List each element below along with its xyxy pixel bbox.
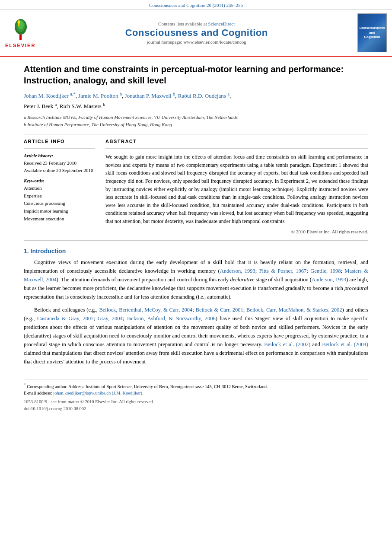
footer-bottom: 1053-8100/$ - see front matter © 2010 El…	[24, 397, 368, 413]
authors-line: Johan M. Koedijker a,*, Jamie M. Poolton…	[24, 90, 368, 111]
article-info-label: ARTICLE INFO	[24, 139, 95, 144]
body-section: 1. Introduction Cognitive views of movem…	[24, 248, 368, 366]
ref-anderson-1993b[interactable]: Anderson, 1993	[312, 277, 346, 283]
author-poolton: Jamie M. Poolton b	[78, 92, 122, 99]
ref-beilock-2004[interactable]: Beilock, Bertenthal, McCoy, & Carr, 2004	[99, 307, 192, 313]
abstract-text: We sought to gain more insight into the …	[105, 153, 368, 225]
citation-bar: Consciousness and Cognition 20 (2011) 24…	[0, 0, 392, 10]
keywords-label: Keywords:	[24, 178, 95, 183]
email-link[interactable]: johan.koedijker@ispw.unibe.ch (J.M. Koed…	[53, 391, 143, 395]
elsevier-logo-area: ELSEVIER	[5, 18, 35, 48]
ref-anderson-1993[interactable]: Anderson, 1993	[220, 268, 255, 274]
journal-homepage: journal homepage: www.elsevier.com/locat…	[40, 39, 353, 45]
footnote-email: E-mail address: johan.koedijker@ispw.uni…	[24, 390, 368, 397]
history-label: Article history:	[24, 153, 95, 158]
kw-movement: Movement execution	[24, 215, 95, 223]
kw-attention: Attention	[24, 185, 95, 192]
body-para-1: Cognitive views of movement execution du…	[24, 258, 368, 301]
ref-gentile[interactable]: Gentile, 1998	[310, 268, 341, 274]
citation-text: Consciousness and Cognition 20 (2011) 24…	[149, 3, 243, 8]
svg-rect-0	[19, 35, 22, 40]
ref-gray-2004[interactable]: Gray, 2004	[98, 315, 123, 322]
main-content: Attention and time constraints in percep…	[0, 57, 392, 379]
divider-2	[24, 240, 368, 241]
body-para-2: Beilock and colleagues (e.g., Beilock, B…	[24, 306, 368, 366]
abstract-col: ABSTRACT We sought to gain more insight …	[105, 139, 368, 234]
author-koedijker: Johan M. Koedijker a,*	[24, 92, 76, 99]
footnote-address: Corresponding author. Address: Institute…	[27, 384, 268, 389]
ref-beilock-carr-2001[interactable]: Beilock & Carr, 2001	[196, 307, 243, 313]
divider-1	[24, 134, 368, 134]
doi-line: doi:10.1016/j.concog.2010.08.002	[24, 405, 368, 413]
abstract-label: ABSTRACT	[105, 139, 368, 144]
journal-header: ELSEVIER Contents lists available at Sci…	[0, 10, 392, 57]
author-oudejans: Raôul R.D. Oudejans a	[178, 92, 229, 99]
kw-implicit: Implicit motor learning	[24, 207, 95, 215]
paper-title: Attention and time constraints in percep…	[24, 64, 368, 86]
affiliations: a Research Institute MOVE, Faculty of Hu…	[24, 114, 368, 128]
issn-line: 1053-8100/$ - see front matter © 2010 El…	[24, 398, 368, 406]
kw-expertise: Expertise	[24, 192, 95, 200]
ref-jackson[interactable]: Jackson, Ashford, & Norsworthy, 2006	[127, 315, 216, 322]
footnote-area: * Corresponding author. Address: Institu…	[24, 379, 368, 397]
ref-castaneda[interactable]: Castaneda & Gray, 2007	[37, 315, 94, 322]
received-date: Received 23 February 2010	[24, 159, 95, 167]
author-maxwell: Jonathan P. Maxwell b	[125, 92, 175, 99]
contents-line: Contents lists available at ScienceDirec…	[40, 21, 353, 26]
divider-abstract	[105, 148, 368, 149]
article-info-col: ARTICLE INFO Article history: Received 2…	[24, 139, 95, 234]
journal-cover-image: ConsciousnessandCognition	[357, 13, 387, 52]
keywords-block: Keywords: Attention Expertise Conscious …	[24, 178, 95, 223]
article-info-abstract: ARTICLE INFO Article history: Received 2…	[24, 139, 368, 234]
section1-heading: 1. Introduction	[24, 248, 368, 255]
ref-fitts-posner[interactable]: Fitts & Posner, 1967	[259, 268, 307, 274]
sciencedirect-link[interactable]: ScienceDirect	[208, 21, 235, 26]
ref-beilock-2002b[interactable]: Beilock et al. (2002)	[264, 341, 310, 347]
ref-beilock-2004b[interactable]: Beilock et al. (2004)	[322, 341, 368, 347]
divider-info	[24, 148, 95, 149]
ref-beilock-2002[interactable]: Beilock, Carr, MacMahon, & Starkes, 2002	[246, 307, 342, 313]
elsevier-wordmark: ELSEVIER	[5, 43, 35, 48]
kw-conscious: Conscious processing	[24, 200, 95, 207]
journal-title: Consciousness and Cognition	[40, 27, 353, 38]
available-date: Available online 20 September 2010	[24, 167, 95, 174]
svg-point-5	[17, 20, 20, 24]
affil-b: b Institute of Human Performance, The Un…	[24, 121, 368, 128]
journal-center: Contents lists available at ScienceDirec…	[40, 21, 353, 45]
affil-a: a Research Institute MOVE, Faculty of Hu…	[24, 114, 368, 121]
article-history: Article history: Received 23 February 20…	[24, 153, 95, 174]
cover-text: ConsciousnessandCognition	[359, 26, 385, 39]
copyright-line: © 2010 Elsevier Inc. All rights reserved…	[105, 229, 368, 234]
email-label: E-mail address:	[24, 391, 52, 395]
elsevier-tree-icon	[9, 18, 32, 42]
footnote-star-text: * Corresponding author. Address: Institu…	[24, 382, 368, 390]
